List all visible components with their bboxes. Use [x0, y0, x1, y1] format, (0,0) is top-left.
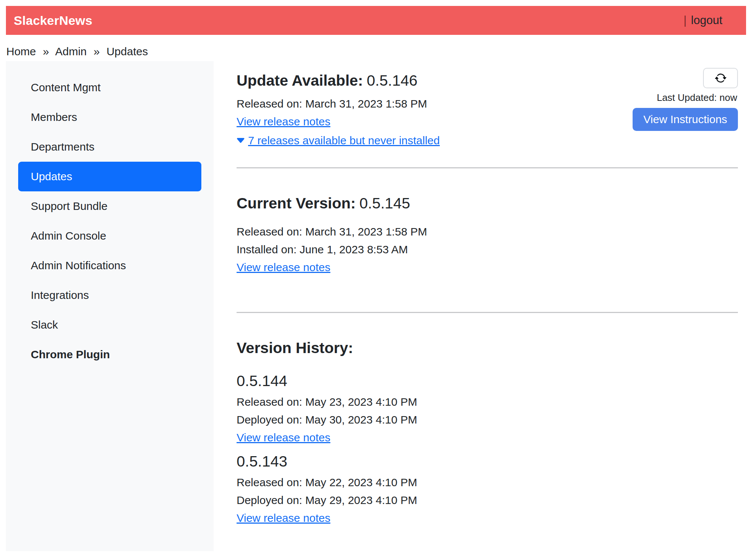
current-version-section: Current Version:0.5.145 Released on: Mar…: [237, 194, 738, 276]
history-released-on: Released on: May 22, 2023 4:10 PM: [237, 474, 738, 491]
releases-toggle-label: 7 releases available but never installed: [248, 132, 440, 149]
sidebar-item-slack[interactable]: Slack: [18, 310, 201, 340]
sidebar-item-chrome-plugin[interactable]: Chrome Plugin: [18, 340, 201, 369]
breadcrumb-home[interactable]: Home: [6, 45, 36, 57]
refresh-button[interactable]: [703, 68, 738, 88]
breadcrumb-current[interactable]: Updates: [106, 45, 148, 57]
update-release-notes-link[interactable]: View release notes: [237, 115, 330, 128]
version-history-section: Version History: 0.5.144 Released on: Ma…: [237, 339, 738, 527]
header-separator: |: [683, 14, 686, 27]
update-available-version: 0.5.146: [367, 72, 418, 89]
page: SlackerNews | logout Home » Admin » Upda…: [0, 0, 752, 551]
sidebar-item-admin-notifications[interactable]: Admin Notifications: [18, 251, 201, 280]
sidebar-item-support-bundle[interactable]: Support Bundle: [18, 191, 201, 221]
update-available-section: Update Available:0.5.146 Released on: Ma…: [237, 61, 738, 149]
history-version: 0.5.143: [237, 452, 738, 471]
sidebar-item-departments[interactable]: Departments: [18, 132, 201, 162]
caret-down-icon: [237, 138, 245, 143]
history-deployed-on: Deployed on: May 30, 2023 4:10 PM: [237, 411, 738, 429]
releases-toggle-link[interactable]: 7 releases available but never installed: [237, 132, 440, 149]
sidebar-item-admin-console[interactable]: Admin Console: [18, 221, 201, 251]
logout-link[interactable]: logout: [691, 14, 722, 27]
view-instructions-button[interactable]: View Instructions: [633, 108, 738, 131]
layout: Content Mgmt Members Departments Updates…: [6, 61, 746, 551]
section-divider: [237, 312, 738, 313]
current-version-number: 0.5.145: [359, 195, 410, 212]
app-brand[interactable]: SlackerNews: [14, 13, 92, 28]
breadcrumb: Home » Admin » Updates: [6, 44, 746, 59]
current-installed-on: Installed on: June 1, 2023 8:53 AM: [237, 241, 738, 258]
sidebar: Content Mgmt Members Departments Updates…: [6, 61, 214, 551]
breadcrumb-separator: »: [93, 45, 100, 57]
current-version-title: Current Version:0.5.145: [237, 194, 738, 213]
refresh-icon: [715, 72, 726, 84]
version-history-title: Version History:: [237, 339, 738, 357]
history-released-on: Released on: May 23, 2023 4:10 PM: [237, 393, 738, 411]
sidebar-item-integrations[interactable]: Integrations: [18, 280, 201, 310]
current-version-label: Current Version:: [237, 195, 356, 212]
update-available-title: Update Available:0.5.146: [237, 72, 440, 90]
breadcrumb-separator: »: [43, 45, 49, 57]
breadcrumb-admin[interactable]: Admin: [55, 45, 87, 57]
update-available-info: Update Available:0.5.146 Released on: Ma…: [237, 61, 440, 149]
sidebar-item-content-mgmt[interactable]: Content Mgmt: [18, 73, 201, 102]
current-release-notes-link[interactable]: View release notes: [237, 261, 330, 273]
current-released-on: Released on: March 31, 2023 1:58 PM: [237, 223, 738, 241]
sidebar-item-members[interactable]: Members: [18, 102, 201, 132]
version-history-entry: 0.5.144 Released on: May 23, 2023 4:10 P…: [237, 372, 738, 447]
last-updated-text: Last Updated: now: [657, 92, 737, 103]
app-header: SlackerNews | logout: [6, 6, 746, 35]
history-release-notes-link[interactable]: View release notes: [237, 431, 330, 444]
update-released-on: Released on: March 31, 2023 1:58 PM: [237, 95, 440, 113]
history-deployed-on: Deployed on: May 29, 2023 4:10 PM: [237, 491, 738, 509]
history-version: 0.5.144: [237, 372, 738, 390]
sidebar-item-updates[interactable]: Updates: [18, 162, 201, 191]
update-available-label: Update Available:: [237, 72, 363, 89]
main-content: Update Available:0.5.146 Released on: Ma…: [237, 61, 746, 527]
logout-area: | logout: [683, 14, 722, 27]
update-actions: Last Updated: now View Instructions: [633, 61, 738, 131]
version-history-entry: 0.5.143 Released on: May 22, 2023 4:10 P…: [237, 452, 738, 527]
history-release-notes-link[interactable]: View release notes: [237, 512, 330, 524]
section-divider: [237, 167, 738, 168]
